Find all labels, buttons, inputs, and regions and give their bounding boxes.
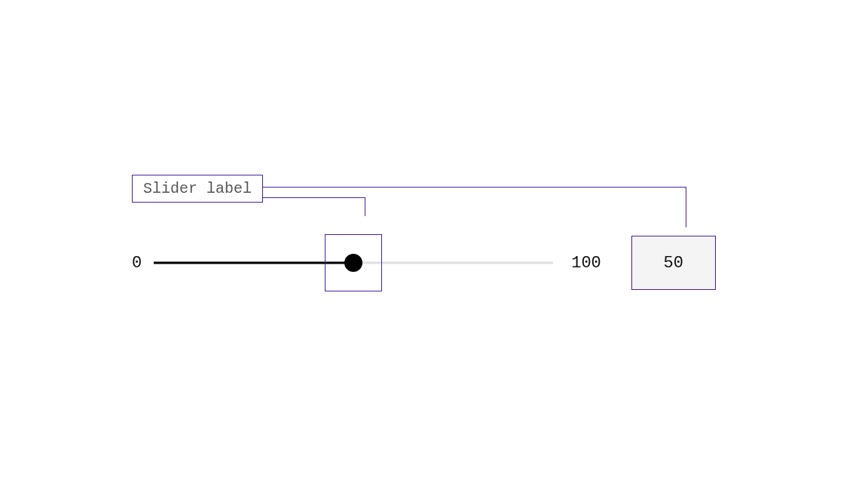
slider-label: Slider label — [132, 175, 263, 203]
slider-range-min: 0 — [132, 254, 142, 273]
slider-value-text: 50 — [664, 254, 683, 273]
slider-thumb[interactable] — [344, 254, 362, 272]
slider-component-anatomy: Slider label 0 100 50 — [132, 175, 716, 290]
slider-value-input[interactable]: 50 — [631, 236, 716, 290]
slider-thumb-highlight — [325, 234, 382, 291]
slider-track-fill — [154, 262, 353, 264]
slider-track[interactable] — [154, 254, 553, 272]
slider-label-text: Slider label — [143, 180, 252, 197]
slider-range-max: 100 — [571, 254, 601, 273]
slider-row: 0 100 50 — [132, 236, 716, 290]
